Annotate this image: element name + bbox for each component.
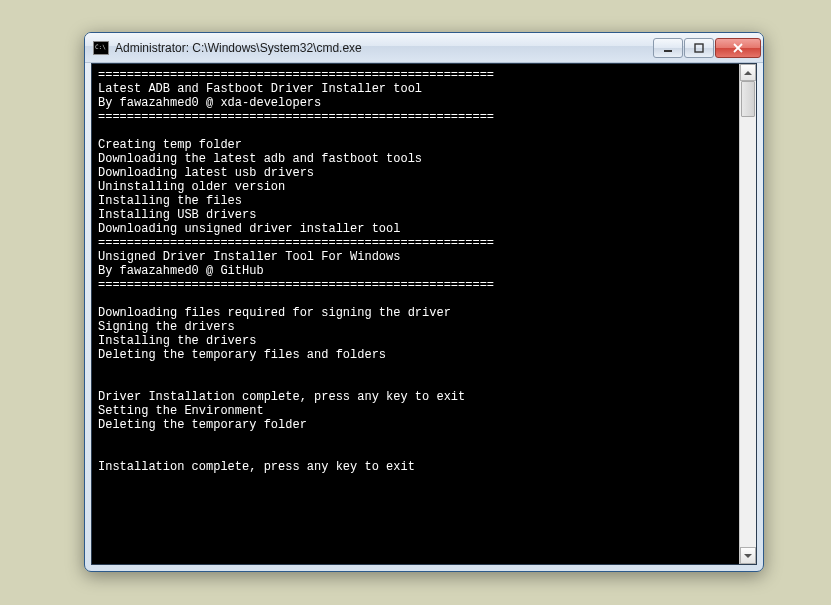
line: Creating temp folder (98, 138, 242, 152)
line: ========================================… (98, 236, 494, 250)
scrollbar[interactable] (739, 64, 756, 564)
scroll-track[interactable] (740, 81, 756, 547)
line: Driver Installation complete, press any … (98, 390, 465, 404)
arrow-down-icon (744, 554, 752, 558)
scroll-up-button[interactable] (740, 64, 756, 81)
line: Downloading the latest adb and fastboot … (98, 152, 422, 166)
line: Setting the Environment (98, 404, 264, 418)
line: Installation complete, press any key to … (98, 460, 415, 474)
window-title: Administrator: C:\Windows\System32\cmd.e… (115, 41, 653, 55)
maximize-button[interactable] (684, 38, 714, 58)
minimize-icon (663, 43, 673, 53)
line: Installing USB drivers (98, 208, 256, 222)
scroll-thumb[interactable] (741, 81, 755, 117)
svg-rect-1 (695, 44, 703, 52)
line: Signing the drivers (98, 320, 235, 334)
client-area: ========================================… (91, 63, 757, 565)
line: Downloading files required for signing t… (98, 306, 451, 320)
minimize-button[interactable] (653, 38, 683, 58)
titlebar[interactable]: Administrator: C:\Windows\System32\cmd.e… (85, 33, 763, 63)
close-icon (732, 43, 744, 53)
arrow-up-icon (744, 71, 752, 75)
line: Downloading unsigned driver installer to… (98, 222, 400, 236)
maximize-icon (694, 43, 704, 53)
cmd-icon (93, 41, 109, 55)
svg-rect-0 (664, 50, 672, 52)
line: ========================================… (98, 278, 494, 292)
close-button[interactable] (715, 38, 761, 58)
window-buttons (653, 38, 761, 58)
line: Installing the files (98, 194, 242, 208)
line: Unsigned Driver Installer Tool For Windo… (98, 250, 400, 264)
line: Deleting the temporary folder (98, 418, 307, 432)
console-output[interactable]: ========================================… (92, 64, 739, 564)
line: ========================================… (98, 68, 494, 82)
line: By fawazahmed0 @ GitHub (98, 264, 264, 278)
line: By fawazahmed0 @ xda-developers (98, 96, 321, 110)
line: Downloading latest usb drivers (98, 166, 314, 180)
line: Uninstalling older version (98, 180, 285, 194)
cmd-window: Administrator: C:\Windows\System32\cmd.e… (84, 32, 764, 572)
scroll-down-button[interactable] (740, 547, 756, 564)
line: Installing the drivers (98, 334, 256, 348)
line: Deleting the temporary files and folders (98, 348, 386, 362)
line: Latest ADB and Fastboot Driver Installer… (98, 82, 422, 96)
line: ========================================… (98, 110, 494, 124)
